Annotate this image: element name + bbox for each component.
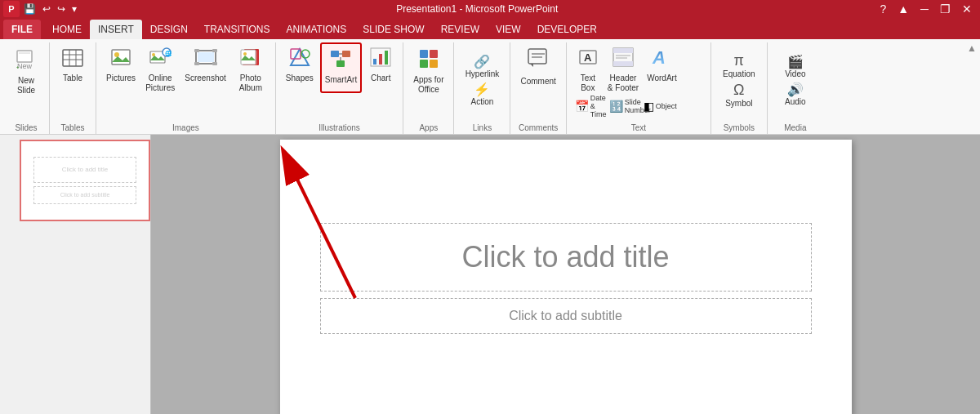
tab-review[interactable]: REVIEW bbox=[433, 20, 488, 39]
apps-office-button[interactable]: Apps forOffice bbox=[410, 42, 447, 93]
chart-button[interactable]: Chart bbox=[365, 42, 396, 93]
ribbon: New+ NewSlide Slides Table bbox=[0, 39, 980, 135]
svg-rect-28 bbox=[331, 51, 339, 57]
wordart-button[interactable]: A WordArt bbox=[644, 42, 680, 93]
equation-label: Equation bbox=[723, 69, 755, 78]
textbox-icon: A bbox=[578, 47, 598, 72]
tab-file[interactable]: FILE bbox=[3, 20, 41, 39]
svg-text:New: New bbox=[17, 62, 33, 70]
svg-text:🌐: 🌐 bbox=[165, 50, 172, 57]
ribbon-group-links: 🔗 Hyperlink ⚡ Action Links bbox=[454, 42, 510, 134]
redo-btn[interactable]: ↪ bbox=[55, 2, 68, 16]
equation-icon: π bbox=[734, 52, 744, 69]
audio-button[interactable]: 🔊 Audio bbox=[774, 81, 817, 107]
svg-rect-9 bbox=[112, 50, 130, 65]
slide-number-button[interactable]: 🔢 SlideNumber bbox=[608, 95, 640, 118]
photo-album-icon bbox=[239, 47, 262, 72]
svg-text:+: + bbox=[16, 65, 20, 69]
hyperlink-button[interactable]: 🔗 Hyperlink bbox=[461, 53, 503, 79]
svg-rect-48 bbox=[613, 48, 633, 53]
action-button[interactable]: ⚡ Action bbox=[461, 81, 503, 107]
tab-slideshow[interactable]: SLIDE SHOW bbox=[354, 20, 432, 39]
svg-rect-23 bbox=[241, 50, 256, 65]
wordart-icon: A bbox=[651, 47, 672, 72]
new-slide-label: NewSlide bbox=[17, 76, 35, 96]
slide-canvas[interactable]: Click to add title Click to add subtitle bbox=[280, 140, 852, 415]
online-pictures-button[interactable]: 🌐 OnlinePictures bbox=[142, 42, 178, 93]
svg-text:A: A bbox=[584, 51, 592, 64]
ribbon-group-symbols: π Equation Ω Symbol Symbols bbox=[711, 42, 768, 134]
links-group-label: Links bbox=[461, 121, 503, 134]
screenshot-button[interactable]: Screenshot bbox=[181, 42, 229, 93]
restore-btn[interactable]: ❐ bbox=[935, 0, 956, 18]
slide-thumbnail-1[interactable]: Click to add title Click to add subtitle bbox=[20, 140, 150, 221]
images-group-label: Images bbox=[103, 121, 269, 134]
video-icon: 🎬 bbox=[787, 54, 804, 69]
table-label: Table bbox=[63, 73, 82, 83]
shapes-button[interactable]: Shapes bbox=[283, 42, 317, 93]
slide-number-icon: 🔢 bbox=[609, 100, 623, 113]
tab-animations[interactable]: ANIMATIONS bbox=[278, 20, 354, 39]
undo-btn[interactable]: ↩ bbox=[40, 2, 53, 16]
app-main: 1 Click to add title Click to add subtit… bbox=[0, 135, 980, 414]
svg-point-24 bbox=[243, 52, 247, 56]
date-time-icon: 📅 bbox=[575, 100, 589, 113]
tab-design[interactable]: DESIGN bbox=[142, 20, 196, 39]
apps-office-icon bbox=[417, 47, 440, 73]
text-group-label: Text bbox=[573, 121, 704, 134]
svg-rect-38 bbox=[430, 50, 438, 58]
svg-rect-35 bbox=[379, 54, 382, 65]
date-time-button[interactable]: 📅 Date &Time bbox=[573, 95, 606, 118]
video-button[interactable]: 🎬 Video bbox=[774, 53, 817, 79]
equation-button[interactable]: π Equation bbox=[718, 51, 760, 79]
slides-group-label: Slides bbox=[10, 121, 42, 134]
collapse-ribbon-btn[interactable]: ▲ bbox=[967, 42, 977, 54]
screenshot-icon bbox=[194, 47, 217, 72]
ribbon-group-images: Pictures 🌐 OnlinePictures Screenshot Pho… bbox=[96, 42, 276, 134]
textbox-button[interactable]: A TextBox bbox=[573, 42, 603, 93]
slide-title-area[interactable]: Click to add title bbox=[320, 223, 812, 292]
photo-album-button[interactable]: PhotoAlbum bbox=[233, 42, 269, 93]
tab-home[interactable]: HOME bbox=[44, 20, 90, 39]
symbol-label: Symbol bbox=[725, 99, 752, 108]
minimize-btn[interactable]: ─ bbox=[915, 0, 933, 18]
video-label: Video bbox=[785, 69, 805, 78]
svg-rect-49 bbox=[613, 61, 633, 66]
pictures-button[interactable]: Pictures bbox=[103, 42, 139, 93]
slide-list: 1 Click to add title Click to add subtit… bbox=[3, 140, 147, 221]
tab-insert[interactable]: INSERT bbox=[90, 20, 142, 39]
title-bar-right: ? ▲ ─ ❐ ✕ bbox=[875, 0, 980, 18]
pictures-icon bbox=[110, 47, 131, 72]
smartart-label: SmartArt bbox=[325, 75, 357, 85]
chart-label: Chart bbox=[371, 73, 390, 83]
ribbon-group-text: A TextBox Header& Footer A WordArt 📅 Dat… bbox=[567, 42, 711, 134]
audio-label: Audio bbox=[785, 97, 806, 106]
help-btn[interactable]: ? bbox=[875, 0, 891, 18]
table-button[interactable]: Table bbox=[56, 42, 89, 93]
header-footer-button[interactable]: Header& Footer bbox=[604, 42, 642, 93]
svg-rect-39 bbox=[420, 60, 428, 68]
slide-subtitle-area[interactable]: Click to add subtitle bbox=[320, 298, 812, 334]
textbox-label: TextBox bbox=[581, 73, 595, 93]
close-btn[interactable]: ✕ bbox=[957, 0, 977, 18]
slide-canvas-area: Click to add title Click to add subtitle bbox=[151, 135, 980, 414]
comment-button[interactable]: Comment bbox=[517, 42, 559, 93]
ribbon-group-media: 🎬 Video 🔊 Audio Media bbox=[768, 42, 823, 134]
media-group-label: Media bbox=[774, 121, 817, 134]
hyperlink-label: Hyperlink bbox=[466, 69, 500, 78]
tab-view[interactable]: VIEW bbox=[488, 20, 529, 39]
tab-transitions[interactable]: TRANSITIONS bbox=[196, 20, 278, 39]
object-button[interactable]: ◧ Object bbox=[642, 95, 675, 118]
new-slide-button[interactable]: New+ NewSlide bbox=[10, 42, 42, 93]
ribbon-group-tables: Table Tables bbox=[50, 42, 96, 134]
slide-subtitle-placeholder: Click to add subtitle bbox=[509, 309, 622, 323]
tab-developer[interactable]: DEVELOPER bbox=[529, 20, 605, 39]
action-label: Action bbox=[471, 97, 494, 106]
save-qat-btn[interactable]: 💾 bbox=[21, 2, 38, 16]
ribbon-collapse-btn[interactable]: ▲ bbox=[893, 0, 914, 18]
smartart-button[interactable]: SmartArt bbox=[320, 42, 362, 93]
symbol-button[interactable]: Ω Symbol bbox=[718, 81, 760, 109]
tables-group-label: Tables bbox=[56, 121, 89, 134]
qat-customize-btn[interactable]: ▾ bbox=[69, 2, 79, 16]
svg-rect-29 bbox=[342, 51, 350, 57]
